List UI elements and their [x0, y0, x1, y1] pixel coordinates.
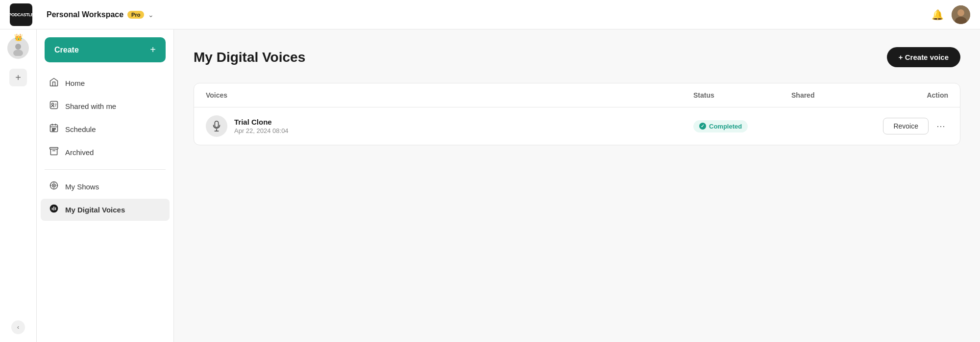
voice-name: Trial Clone: [234, 118, 289, 126]
sidebar-item-shows[interactable]: My Shows: [41, 176, 170, 198]
nav-divider: [45, 169, 166, 170]
header-right: 🔔: [931, 5, 970, 24]
sidebar-item-digital-voices-label: My Digital Voices: [65, 206, 125, 214]
create-plus-icon: +: [150, 44, 156, 55]
revoice-button-label: Revoice: [893, 122, 918, 130]
collapse-rail-button[interactable]: ‹: [11, 320, 25, 334]
sidebar-item-home[interactable]: Home: [41, 72, 170, 94]
secondary-nav: My Shows My Digital Voices: [37, 176, 173, 221]
svg-point-1: [957, 9, 964, 16]
voices-table: Voices Status Shared Action Tr: [194, 83, 960, 145]
sidebar-item-shared-label: Shared with me: [65, 102, 116, 110]
main-content: My Digital Voices + Create voice Voices …: [174, 29, 980, 342]
sidebar-item-home-label: Home: [65, 79, 85, 87]
sidebar-item-schedule[interactable]: Schedule: [41, 118, 170, 140]
sidebar-item-archived-label: Archived: [65, 148, 94, 157]
col-voices: Voices: [206, 91, 693, 99]
svg-rect-16: [55, 208, 56, 210]
svg-rect-15: [53, 207, 54, 210]
col-status: Status: [693, 91, 791, 99]
col-action: Action: [870, 91, 948, 99]
create-voice-button-label: + Create voice: [899, 53, 949, 61]
add-workspace-button[interactable]: +: [9, 69, 27, 86]
sidebar-item-shows-label: My Shows: [65, 183, 99, 191]
action-cell: Revoice ⋯: [870, 118, 948, 134]
sidebar-item-archived[interactable]: Archived: [41, 141, 170, 163]
crown-icon: 👑: [14, 33, 23, 41]
table-header: Voices Status Shared Action: [194, 83, 960, 107]
sidebar-item-digital-voices[interactable]: My Digital Voices: [41, 199, 170, 221]
logo: PODCASTLE: [10, 3, 32, 26]
status-badge: Completed: [693, 120, 748, 132]
voice-date: Apr 22, 2024 08:04: [234, 127, 289, 134]
voice-icon: [206, 115, 227, 137]
main-body: 👑 + ‹ Create +: [0, 29, 980, 342]
page-header: My Digital Voices + Create voice: [194, 47, 960, 67]
shared-icon: [49, 100, 59, 112]
more-icon: ⋯: [936, 121, 945, 131]
sidebar: Create + Home: [37, 29, 174, 342]
svg-rect-9: [50, 148, 58, 149]
user-avatar[interactable]: [952, 5, 970, 24]
workspace-dropdown-chevron[interactable]: ⌄: [148, 11, 154, 19]
pro-badge: Pro: [127, 11, 144, 19]
col-shared: Shared: [791, 91, 870, 99]
workspace-area: Personal Workspace Pro ⌄: [47, 10, 931, 19]
status-label: Completed: [709, 123, 742, 130]
add-icon: +: [15, 72, 21, 83]
collapse-icon: ‹: [17, 324, 19, 331]
svg-point-4: [15, 44, 21, 50]
rail-workspace-avatar[interactable]: 👑: [7, 37, 29, 59]
top-header: PODCASTLE Personal Workspace Pro ⌄ 🔔: [0, 0, 980, 29]
shows-icon: [49, 181, 59, 193]
table-row: Trial Clone Apr 22, 2024 08:04 Completed…: [194, 107, 960, 145]
home-icon: [49, 77, 59, 89]
archived-icon: [49, 146, 59, 158]
create-button[interactable]: Create +: [45, 37, 166, 62]
status-dot: [699, 123, 706, 130]
voice-cell: Trial Clone Apr 22, 2024 08:04: [206, 115, 693, 137]
svg-rect-14: [52, 208, 53, 210]
svg-point-12: [53, 185, 54, 186]
schedule-icon: [49, 123, 59, 135]
page-title: My Digital Voices: [194, 50, 305, 65]
sidebar-item-schedule-label: Schedule: [65, 125, 96, 133]
svg-point-7: [51, 103, 53, 105]
create-button-label: Create: [54, 46, 79, 54]
logo-text: PODCASTLE: [9, 12, 34, 17]
logo-area: PODCASTLE: [10, 3, 47, 26]
digital-voices-icon: [49, 204, 59, 216]
create-voice-button[interactable]: + Create voice: [887, 47, 960, 67]
more-options-button[interactable]: ⋯: [933, 119, 948, 133]
primary-nav: Home Shared with me: [37, 72, 173, 163]
voice-info: Trial Clone Apr 22, 2024 08:04: [234, 118, 289, 134]
icon-rail: 👑 + ‹: [0, 29, 37, 342]
bell-icon[interactable]: 🔔: [931, 9, 944, 21]
svg-rect-6: [50, 102, 58, 109]
status-cell: Completed: [693, 120, 791, 132]
revoice-button[interactable]: Revoice: [883, 118, 929, 134]
sidebar-item-shared[interactable]: Shared with me: [41, 95, 170, 117]
workspace-name: Personal Workspace: [47, 10, 123, 19]
